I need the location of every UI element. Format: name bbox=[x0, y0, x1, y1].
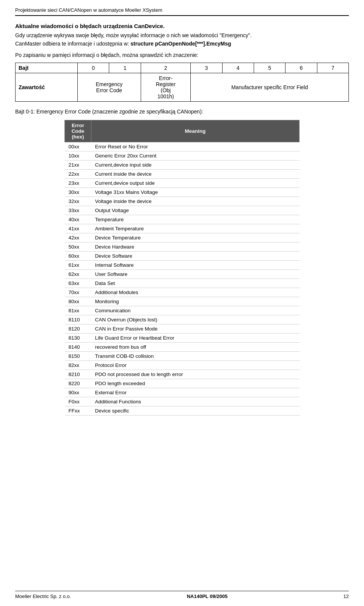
table-row: 70xxAdditional Modules bbox=[65, 288, 300, 297]
error-code-cell: 21xx bbox=[65, 161, 91, 170]
error-code-header: Error Code (hex) bbox=[65, 120, 91, 142]
meaning-header: Meaning bbox=[91, 120, 300, 142]
meaning-cell: Temperature bbox=[91, 215, 300, 224]
table-row: 82xxProtocol Error bbox=[65, 361, 300, 370]
manufacturer-specific-cell: Manufacturer specific Error Field bbox=[191, 73, 349, 102]
meaning-cell: Life Guard Error or Heartbeat Error bbox=[91, 334, 300, 343]
meaning-cell: Device Temperature bbox=[91, 233, 300, 242]
byte-6: 6 bbox=[286, 63, 317, 73]
section-title: Aktualne wiadomości o błędach urządzenia… bbox=[15, 23, 349, 29]
meaning-cell: External Error bbox=[91, 388, 300, 397]
table-row: 32xxVoltage inside the device bbox=[65, 197, 300, 206]
error-table: Error Code (hex) Meaning 00xxError Reset… bbox=[64, 120, 300, 416]
zawartosc-label: Zawartość bbox=[16, 73, 78, 102]
meaning-cell: PDO length exceeded bbox=[91, 379, 300, 388]
meaning-cell: Internal Software bbox=[91, 261, 300, 270]
table-row: 30xxVoltage 31xx Mains Voltage bbox=[65, 188, 300, 197]
error-code-cell: 41xx bbox=[65, 224, 91, 233]
error-code-cell: 81xx bbox=[65, 306, 91, 315]
meaning-cell: Voltage inside the device bbox=[91, 197, 300, 206]
table-row: 80xxMonitoring bbox=[65, 297, 300, 306]
error-register-cell: Error-Register(Obj1001h) bbox=[141, 73, 190, 102]
table-row: 61xxInternal Software bbox=[65, 261, 300, 270]
byte-table-content-row: Zawartość EmergencyError Code Error-Regi… bbox=[16, 73, 349, 102]
error-code-cell: 8110 bbox=[65, 315, 91, 324]
error-code-cell: 80xx bbox=[65, 297, 91, 306]
table-row: 50xxDevice Hardware bbox=[65, 242, 300, 252]
meaning-cell: Transmit COB-ID collision bbox=[91, 352, 300, 361]
intro-para1: Gdy urządzenie wykrywa swoje błędy, może… bbox=[15, 32, 349, 38]
emcymsg-section: Po zapisaniu w pamięci informacji o błęd… bbox=[15, 52, 349, 416]
table-row: 41xxAmbient Temperature bbox=[65, 224, 300, 233]
meaning-cell: Current,device output side bbox=[91, 179, 300, 188]
table-row: 42xxDevice Temperature bbox=[65, 233, 300, 242]
table-row: 62xxUser Software bbox=[65, 270, 300, 279]
table-row: 10xxGeneric Error 20xx Current bbox=[65, 151, 300, 161]
meaning-cell: Ambient Temperature bbox=[91, 224, 300, 233]
intro-para2-bold: structure pCanOpenNode[***].EmcyMsg bbox=[130, 41, 231, 47]
footer-left: Moeller Electric Sp. z o.o. bbox=[15, 593, 71, 599]
table-row: FFxxDevice specific bbox=[65, 406, 300, 416]
error-code-cell: 00xx bbox=[65, 142, 91, 151]
meaning-cell: User Software bbox=[91, 270, 300, 279]
error-code-cell: 33xx bbox=[65, 206, 91, 215]
table-row: 8150Transmit COB-ID collision bbox=[65, 352, 300, 361]
error-code-cell: 8120 bbox=[65, 324, 91, 334]
table-row: F0xxAdditional Functions bbox=[65, 397, 300, 406]
emcymsg-desc: Po zapisaniu w pamięci informacji o błęd… bbox=[15, 52, 349, 58]
table-row: 23xxCurrent,device output side bbox=[65, 179, 300, 188]
table-row: 00xxError Reset or No Error bbox=[65, 142, 300, 151]
page-header-title: Projektowanie sieci CAN/CANopen w automa… bbox=[15, 7, 162, 13]
meaning-cell: Error Reset or No Error bbox=[91, 142, 300, 151]
table-row: 8110CAN Overrun (Objects lost) bbox=[65, 315, 300, 324]
error-code-cell: 61xx bbox=[65, 261, 91, 270]
error-code-cell: 42xx bbox=[65, 233, 91, 242]
footer-right: 12 bbox=[344, 593, 349, 599]
meaning-cell: PDO not processed due to length error bbox=[91, 370, 300, 379]
byte-3: 3 bbox=[191, 63, 222, 73]
byte-table-header-row: Bajt 0 1 2 3 4 5 6 7 bbox=[16, 63, 349, 73]
intro-para2: CanMaster odbiera te informacje i udostę… bbox=[15, 41, 349, 47]
error-code-cell: 30xx bbox=[65, 188, 91, 197]
error-code-cell: 22xx bbox=[65, 170, 91, 179]
error-code-cell: 8150 bbox=[65, 352, 91, 361]
meaning-cell: Data Set bbox=[91, 279, 300, 288]
table-row: 63xxData Set bbox=[65, 279, 300, 288]
table-row: 8210PDO not processed due to length erro… bbox=[65, 370, 300, 379]
meaning-cell: Device Software bbox=[91, 252, 300, 261]
error-code-cell: 23xx bbox=[65, 179, 91, 188]
emergency-error-code-cell: EmergencyError Code bbox=[77, 73, 141, 102]
table-row: 22xxCurrent inside the device bbox=[65, 170, 300, 179]
error-code-cell: 8220 bbox=[65, 379, 91, 388]
error-code-cell: 50xx bbox=[65, 242, 91, 252]
table-row: 90xxExternal Error bbox=[65, 388, 300, 397]
byte-table-wrapper: Bajt 0 1 2 3 4 5 6 7 Zawartość Emergency… bbox=[15, 63, 349, 102]
meaning-cell: Current inside the device bbox=[91, 170, 300, 179]
byte-table: Bajt 0 1 2 3 4 5 6 7 Zawartość Emergency… bbox=[15, 63, 349, 102]
table-row: 8120CAN in Error Passive Mode bbox=[65, 324, 300, 334]
error-code-cell: 10xx bbox=[65, 151, 91, 161]
meaning-cell: Additional Functions bbox=[91, 397, 300, 406]
byte-5: 5 bbox=[254, 63, 285, 73]
error-code-cell: FFxx bbox=[65, 406, 91, 416]
error-code-cell: 32xx bbox=[65, 197, 91, 206]
table-row: 21xxCurrent,device input side bbox=[65, 161, 300, 170]
meaning-cell: CAN Overrun (Objects lost) bbox=[91, 315, 300, 324]
meaning-cell: Generic Error 20xx Current bbox=[91, 151, 300, 161]
page-header: Projektowanie sieci CAN/CANopen w automa… bbox=[15, 7, 349, 16]
error-code-cell: 8210 bbox=[65, 370, 91, 379]
byte-4: 4 bbox=[222, 63, 254, 73]
table-row: 81xxCommunication bbox=[65, 306, 300, 315]
meaning-cell: Output Voltage bbox=[91, 206, 300, 215]
meaning-cell: Device Hardware bbox=[91, 242, 300, 252]
meaning-cell: CAN in Error Passive Mode bbox=[91, 324, 300, 334]
meaning-cell: Monitoring bbox=[91, 297, 300, 306]
error-code-cell: 63xx bbox=[65, 279, 91, 288]
error-code-cell: 60xx bbox=[65, 252, 91, 261]
byte-2: 2 bbox=[141, 63, 190, 73]
error-code-cell: 62xx bbox=[65, 270, 91, 279]
meaning-cell: Device specific bbox=[91, 406, 300, 416]
table-row: 33xxOutput Voltage bbox=[65, 206, 300, 215]
meaning-cell: Voltage 31xx Mains Voltage bbox=[91, 188, 300, 197]
table-row: 60xxDevice Software bbox=[65, 252, 300, 261]
